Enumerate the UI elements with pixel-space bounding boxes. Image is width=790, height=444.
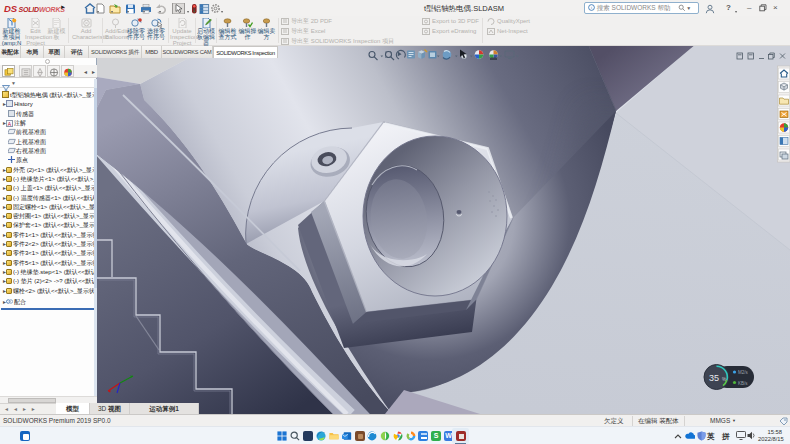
svg-text:M2/s: M2/s [738, 370, 749, 375]
svg-text:35: 35 [709, 373, 719, 383]
svg-text:KB/s: KB/s [738, 381, 748, 386]
svg-text:%: % [722, 377, 726, 382]
svg-text:i: i [591, 5, 592, 10]
